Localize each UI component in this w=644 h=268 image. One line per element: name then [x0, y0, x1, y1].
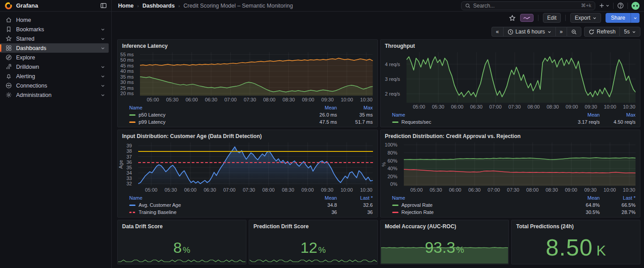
sidebar-item-label: Bookmarks: [16, 26, 44, 33]
stat-model-accuracy: 93.3%: [381, 231, 509, 264]
legend-col-mean[interactable]: Mean: [288, 195, 337, 201]
x-axis-tick: 06:30: [468, 187, 481, 193]
breadcrumb-item[interactable]: Dashboards: [142, 3, 174, 9]
sidebar-item-explore[interactable]: Explore: [0, 53, 109, 62]
sidebar-item-bookmarks[interactable]: Bookmarks: [0, 25, 109, 34]
zoom-out-time-button[interactable]: [567, 27, 581, 37]
legend-item[interactable]: Avg. Customer Age 34.832.6: [129, 201, 373, 209]
sidebar-item-home[interactable]: Home: [0, 15, 109, 25]
legend-col-mean[interactable]: Mean: [551, 195, 600, 201]
y-axis-tick: 38: [127, 148, 132, 154]
stat-value: 8%: [173, 239, 190, 256]
dashboard-toolbar: Edit Export Share: [112, 12, 644, 24]
x-axis-tick: 09:30: [584, 187, 597, 193]
sidebar-item-alerting[interactable]: Alerting: [0, 71, 109, 81]
breadcrumb-item[interactable]: Home: [118, 3, 134, 9]
chevron-down-icon: [593, 16, 597, 20]
legend-item[interactable]: p50 Latency 26.0 ms35 ms: [129, 111, 373, 118]
edit-button[interactable]: Edit: [543, 13, 561, 23]
chevron-down-icon[interactable]: [101, 84, 105, 88]
x-axis-tick: 08:30: [546, 187, 558, 193]
panel-title[interactable]: Prediction Drift Score: [249, 220, 377, 231]
legend-col-name[interactable]: Name: [129, 195, 288, 201]
search-shortcut: ⌘+k: [581, 3, 591, 8]
sidebar-nav: Home Bookmarks Starred Dashboards Explor…: [0, 12, 112, 268]
search-input[interactable]: [473, 3, 578, 9]
dock-sidebar-icon[interactable]: [100, 2, 107, 9]
breadcrumb-separator: ›: [178, 3, 180, 8]
legend-col-last[interactable]: Last *: [600, 195, 636, 201]
chevron-down-icon[interactable]: [101, 37, 105, 41]
chevron-down-icon[interactable]: [101, 46, 105, 50]
x-axis-tick: 05:30: [430, 187, 442, 193]
y-axis-tick: 34: [127, 170, 132, 176]
time-shift-forward-button[interactable]: »: [555, 27, 567, 37]
legend-col-name[interactable]: Name: [392, 195, 551, 201]
panel-title[interactable]: Data Drift Score: [118, 220, 246, 231]
x-axis-tick: 06:00: [449, 187, 462, 193]
panel-title[interactable]: Inference Latency: [118, 40, 377, 50]
refresh-interval-picker[interactable]: 5s: [619, 27, 640, 37]
chevron-down-icon[interactable]: [101, 93, 105, 97]
panel-title[interactable]: Prediction Distribution: Credit Approval…: [381, 130, 640, 141]
share-button[interactable]: Share: [606, 13, 631, 23]
panel-title[interactable]: Input Distribution: Customer Age (Data D…: [118, 130, 377, 141]
legend-col-name[interactable]: Name: [129, 105, 288, 110]
plot-area[interactable]: [407, 52, 636, 103]
legend-col-last[interactable]: Last *: [337, 195, 373, 201]
user-avatar[interactable]: [631, 2, 640, 10]
sidebar-item-connections[interactable]: Connections: [0, 81, 109, 90]
panel-title[interactable]: Throughput: [381, 40, 640, 50]
y-axis-title: Age: [118, 160, 123, 169]
chevron-down-icon: [633, 16, 637, 20]
y-axis-tick: 0%: [390, 181, 398, 187]
x-axis-tick: 10:00: [604, 187, 616, 193]
refresh-button[interactable]: Refresh: [584, 27, 619, 37]
legend-col-name[interactable]: Name: [392, 112, 551, 117]
chevron-down-icon[interactable]: [101, 74, 105, 79]
time-shift-back-button[interactable]: «: [491, 27, 503, 37]
x-axis-tick: 09:00: [566, 104, 578, 109]
legend-item[interactable]: Requests/sec 3.17 req/s4.50 req/s: [392, 118, 636, 126]
share-menu-caret[interactable]: [631, 13, 640, 23]
chevron-down-icon[interactable]: [101, 27, 105, 32]
x-axis-tick: 05:30: [166, 97, 179, 102]
sidebar-item-dashboards[interactable]: Dashboards: [0, 43, 109, 53]
y-axis-tick: 40 ms: [120, 68, 134, 74]
legend-col-last[interactable]: Max: [600, 112, 636, 117]
y-axis-tick: 60%: [387, 158, 397, 163]
legend-col-mean[interactable]: Mean: [288, 105, 337, 110]
legend-item[interactable]: Approval Rate 64.8%66.5%: [392, 201, 636, 209]
time-range-picker[interactable]: Last 6 hours: [503, 27, 555, 37]
x-axis-tick: 07:30: [244, 97, 256, 102]
stat-value: 93.3%: [425, 239, 464, 256]
plot-area[interactable]: [138, 142, 373, 186]
panel-title[interactable]: Model Accuracy (AUC-ROC): [381, 220, 509, 231]
legend-col-last[interactable]: Max: [337, 105, 373, 110]
insights-badge[interactable]: [520, 14, 534, 22]
legend-item[interactable]: p99 Latency 47.5 ms51.7 ms: [129, 118, 373, 126]
help-icon[interactable]: [617, 2, 624, 9]
sidebar-item-administration[interactable]: Administration: [0, 90, 109, 100]
legend-item[interactable]: Training Baseline 3636: [129, 209, 373, 216]
legend-item[interactable]: Rejection Rate 30.5%28.7%: [392, 209, 636, 216]
export-button[interactable]: Export: [570, 13, 601, 23]
series-marker: [129, 114, 136, 116]
star-dashboard-icon[interactable]: [509, 15, 516, 21]
add-new-button[interactable]: [599, 3, 610, 8]
sidebar-item-starred[interactable]: Starred: [0, 34, 109, 43]
search-box[interactable]: ⌘+k: [461, 1, 595, 10]
chevron-down-icon[interactable]: [101, 65, 105, 69]
plot-area[interactable]: [140, 52, 373, 96]
legend-col-mean[interactable]: Mean: [551, 112, 600, 117]
grafana-logo-icon[interactable]: [4, 2, 13, 10]
breadcrumb-item[interactable]: Credit Scoring Model – Semantic Monitori…: [183, 3, 293, 9]
plot-area[interactable]: [404, 142, 636, 186]
sidebar-item-drilldown[interactable]: Drilldown: [0, 62, 109, 71]
stat-value: 12%: [301, 239, 326, 256]
y-axis-tick: 45 ms: [120, 63, 134, 68]
home-icon: [5, 17, 12, 23]
panel-title[interactable]: Total Predictions (24h): [512, 220, 640, 231]
x-axis-tick: 09:00: [301, 187, 314, 193]
x-axis-tick: 06:00: [186, 97, 198, 102]
